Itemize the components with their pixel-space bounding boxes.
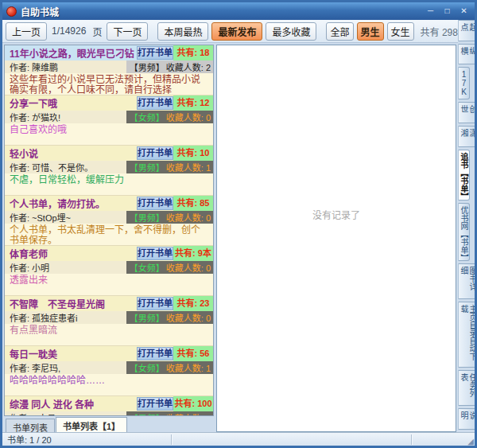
booklist-title: 个人书单，请勿打扰。 [5, 197, 137, 210]
next-page-button[interactable]: 下一页 [107, 22, 148, 41]
open-booklist-button[interactable]: 打开书单 [137, 96, 173, 110]
author-label: 作者: が猫玖! [5, 111, 126, 123]
empty-records-text: 没有记录了 [217, 208, 456, 221]
open-booklist-button[interactable]: 打开书单 [137, 46, 173, 60]
close-button[interactable]: ✕ [457, 6, 471, 17]
list-item[interactable]: 分享一下哦 打开书单 共有: 12本 作者: が猫玖! 【女频】 收藏人数: 0 [5, 95, 213, 146]
site-tab-book-detail[interactable]: 图书详细 [458, 263, 475, 299]
open-booklist-button[interactable]: 打开书单 [137, 247, 173, 260]
list-item[interactable]: 不智障 不圣母星光阁 打开书单 共有: 23本 作者: 孤独症患者i 【男频】 … [5, 296, 213, 346]
author-label: 作者: 陳维鹏 [5, 60, 126, 73]
tab-booklist[interactable]: 书单列表 [6, 419, 55, 432]
gender-tag: 【女频】 [126, 361, 166, 374]
book-count-badge: 共有: 18本 [173, 45, 213, 60]
status-separator [411, 434, 413, 445]
collect-count: 收藏人数: 0 [166, 211, 213, 224]
site-tab-qidian[interactable]: 起点 [458, 20, 475, 41]
booklist-title: 分享一下哦 [5, 96, 137, 110]
list-item[interactable]: 体育老师 打开书单 共有: 9本 作者: 小明 【女频】 收藏人数: 0 [5, 246, 213, 296]
open-booklist-button[interactable]: 打开书单 [137, 347, 173, 360]
list-item[interactable]: 个人书单，请勿打扰。 打开书单 共有: 85本 作者: ~StOp埋~ 【男频】… [5, 196, 213, 246]
booklist-panel[interactable]: 11年小说之路，眼光早已刁钻 打开书单 共有: 18本 作者: 陳维鹏 【男频】… [4, 45, 214, 416]
status-text: 书单: 1 / 20 [7, 433, 52, 446]
site-tab-auto-download[interactable]: 主页自录自动下载 [458, 302, 475, 368]
author-label: 作者: 孤独症患者i [5, 311, 126, 324]
booklist-description: 不虐，日常轻松，缓解压力 [5, 173, 213, 195]
app-icon [6, 6, 17, 17]
open-booklist-button[interactable]: 打开书单 [137, 397, 173, 411]
book-count-badge: 共有: 23本 [173, 296, 213, 311]
open-booklist-button[interactable]: 打开书单 [137, 146, 173, 160]
booklist-title: 体育老师 [5, 247, 137, 260]
meta-segment: 【女频】 收藏人数: 1 [126, 361, 213, 374]
summary-prefix: 共有 [421, 27, 440, 38]
list-item[interactable]: 轻小说 打开书单 共有: 10本 作者: 可惜、不是你。 【男频】 收藏人数: … [5, 146, 213, 196]
maximize-button[interactable]: □ [440, 6, 454, 17]
total-count-summary: 共有 298521 书单 0 本 [417, 25, 458, 38]
site-tab-zongheng[interactable]: 纵横 [458, 44, 475, 65]
filter-female-button[interactable]: 女生 [387, 22, 414, 41]
meta-segment: 【男频】 收藏人数: 2 [126, 60, 213, 73]
page-number-field[interactable]: 1/14926 [50, 25, 87, 37]
collect-count: 收藏人数: 0 [166, 111, 213, 123]
site-tab-task-list[interactable]: 任务列表 [458, 370, 475, 406]
collect-count: 收藏人数: 2 [166, 60, 213, 73]
gender-tag: 【男频】 [126, 311, 166, 324]
sort-newest-button[interactable]: 最新发布 [211, 22, 262, 41]
bottom-tab-bar: 书单列表 书单列表【1】 [4, 416, 214, 432]
booklist-title: 轻小说 [5, 146, 137, 160]
toolbar: 上一页 1/14926 页 下一页 本周最热 最新发布 最多收藏 全部 男生 女… [2, 20, 458, 43]
site-tab-youshuwang-booklist[interactable]: 优书网【书单】 [458, 203, 470, 261]
app-window: 自助书城 ─ □ ✕ 上一页 1/14926 页 下一页 本周最热 最新发布 最… [0, 0, 477, 448]
book-count-badge: 共有: 85本 [173, 196, 213, 211]
list-item[interactable]: 每日一耽美 打开书单 共有: 56本 作者: 李尼玛, 【女频】 收藏人数: 1 [5, 346, 213, 396]
book-count-badge: 共有: 9本 [173, 246, 213, 261]
status-bar: 书单: 1 / 20 ◢ [2, 432, 475, 446]
meta-segment: 【男频】 收藏人数: 0 [126, 211, 213, 224]
collect-count: 收藏人数: 1 [166, 361, 213, 374]
collect-count: 收藏人数: 0 [166, 311, 213, 324]
minimize-button[interactable]: ─ [424, 6, 437, 17]
booklist-description: 有点黑暗流 [5, 324, 213, 345]
booklist-description: 这些年看过的小说早已无法预计，但精品小说确实有限，个人口味不同，请自行选择 [5, 73, 213, 95]
collect-count: 收藏人数: 0 [166, 261, 213, 274]
booklist-description: 个人书单，书太乱清理一下，舍不得删，创个书单保存。 [5, 224, 213, 245]
list-item[interactable]: 11年小说之路，眼光早已刁钻 打开书单 共有: 18本 作者: 陳维鹏 【男频】… [5, 45, 213, 95]
site-tab-help[interactable]: 说明 [458, 408, 475, 430]
site-tab-strip: 起点 纵横 17K 创世 潇湘 追书【书单】 优书网【书单】 图书详细 主页自录… [458, 20, 475, 432]
booklist-title: 不智障 不圣母星光阁 [5, 297, 137, 310]
gender-tag: 【女频】 [126, 261, 166, 274]
site-tab-zhuishu-booklist[interactable]: 追书【书单】 [458, 150, 470, 201]
meta-segment: 【男频】 收藏人数: 1 [126, 161, 213, 173]
booklist-title: 11年小说之路，眼光早已刁钻 [5, 46, 137, 60]
author-label: 作者: ~StOp埋~ [5, 211, 126, 224]
open-booklist-button[interactable]: 打开书单 [137, 297, 173, 310]
booklist-title: 综漫 同人 进化 各种 [5, 397, 137, 411]
sort-week-hot-button[interactable]: 本周最热 [157, 22, 208, 41]
page-unit-label: 页 [91, 25, 103, 38]
site-tab-xiaoxiang[interactable]: 潇湘 [458, 126, 475, 147]
summary-total-number: 298521 [442, 27, 458, 38]
open-booklist-button[interactable]: 打开书单 [137, 197, 173, 210]
filter-all-button[interactable]: 全部 [326, 22, 353, 41]
prev-page-button[interactable]: 上一页 [6, 22, 47, 41]
book-count-badge: 共有: 56本 [173, 346, 213, 361]
site-tab-17k[interactable]: 17K [458, 67, 470, 99]
status-separator [171, 434, 173, 445]
meta-segment: 【女频】 收藏人数: 0 [126, 261, 213, 274]
filter-male-button[interactable]: 男生 [357, 22, 384, 41]
book-count-badge: 共有: 12本 [173, 95, 213, 111]
window-title: 自助书城 [21, 5, 424, 18]
detail-panel[interactable]: 没有记录了 [216, 45, 456, 432]
sort-most-collected-button[interactable]: 最多收藏 [266, 22, 316, 41]
tab-booklist-1[interactable]: 书单列表【1】 [56, 417, 127, 432]
booklist-description: 透露出来 [5, 274, 213, 295]
site-tab-chuangshi[interactable]: 创世 [458, 102, 475, 123]
title-bar[interactable]: 自助书城 ─ □ ✕ [2, 2, 475, 20]
gender-tag: 【男频】 [126, 60, 166, 73]
list-item[interactable]: 综漫 同人 进化 各种 打开书单 共有: 100本 作者: ♂丰吕~ 【男频】 … [5, 396, 213, 416]
resize-grip-icon[interactable]: ◢ [467, 437, 474, 446]
meta-segment: 【男频】 收藏人数: 0 [126, 311, 213, 324]
booklist-description: 哈哈哈哈哈哈哈哈…… [5, 374, 213, 395]
gender-tag: 【男频】 [126, 161, 166, 173]
